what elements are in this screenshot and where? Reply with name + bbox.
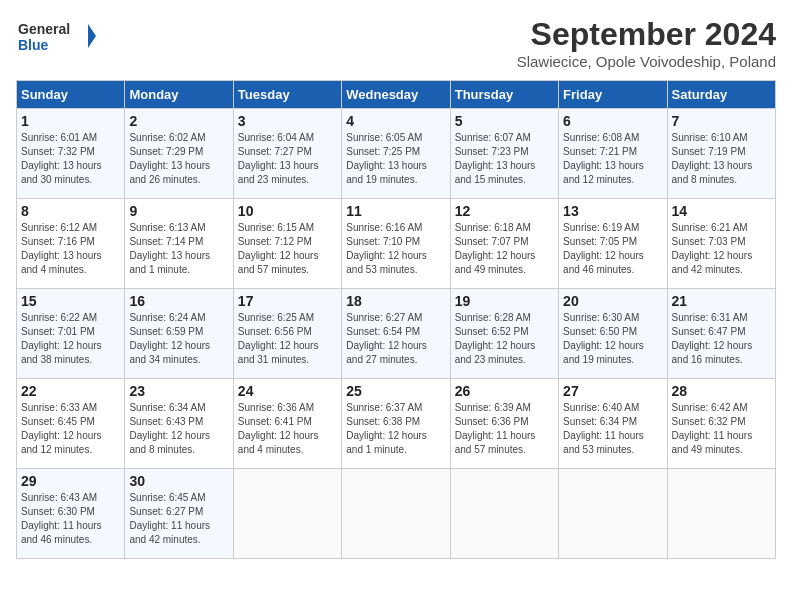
day-number: 4 <box>346 113 445 129</box>
calendar-cell: 12Sunrise: 6:18 AM Sunset: 7:07 PM Dayli… <box>450 199 558 289</box>
day-number: 20 <box>563 293 662 309</box>
day-content: Sunrise: 6:04 AM Sunset: 7:27 PM Dayligh… <box>238 131 337 187</box>
calendar-cell: 10Sunrise: 6:15 AM Sunset: 7:12 PM Dayli… <box>233 199 341 289</box>
day-number: 5 <box>455 113 554 129</box>
calendar-cell: 27Sunrise: 6:40 AM Sunset: 6:34 PM Dayli… <box>559 379 667 469</box>
calendar-cell <box>450 469 558 559</box>
day-content: Sunrise: 6:08 AM Sunset: 7:21 PM Dayligh… <box>563 131 662 187</box>
calendar-cell: 23Sunrise: 6:34 AM Sunset: 6:43 PM Dayli… <box>125 379 233 469</box>
calendar-cell: 13Sunrise: 6:19 AM Sunset: 7:05 PM Dayli… <box>559 199 667 289</box>
day-content: Sunrise: 6:25 AM Sunset: 6:56 PM Dayligh… <box>238 311 337 367</box>
calendar-cell: 19Sunrise: 6:28 AM Sunset: 6:52 PM Dayli… <box>450 289 558 379</box>
day-number: 18 <box>346 293 445 309</box>
day-content: Sunrise: 6:07 AM Sunset: 7:23 PM Dayligh… <box>455 131 554 187</box>
day-number: 24 <box>238 383 337 399</box>
calendar-cell: 4Sunrise: 6:05 AM Sunset: 7:25 PM Daylig… <box>342 109 450 199</box>
day-number: 16 <box>129 293 228 309</box>
day-number: 26 <box>455 383 554 399</box>
day-content: Sunrise: 6:18 AM Sunset: 7:07 PM Dayligh… <box>455 221 554 277</box>
day-number: 17 <box>238 293 337 309</box>
weekday-header-sunday: Sunday <box>17 81 125 109</box>
calendar-week-row: 1Sunrise: 6:01 AM Sunset: 7:32 PM Daylig… <box>17 109 776 199</box>
calendar-cell: 2Sunrise: 6:02 AM Sunset: 7:29 PM Daylig… <box>125 109 233 199</box>
calendar-cell: 1Sunrise: 6:01 AM Sunset: 7:32 PM Daylig… <box>17 109 125 199</box>
svg-text:General: General <box>18 21 70 37</box>
day-number: 11 <box>346 203 445 219</box>
calendar-cell <box>233 469 341 559</box>
day-content: Sunrise: 6:02 AM Sunset: 7:29 PM Dayligh… <box>129 131 228 187</box>
calendar-cell: 25Sunrise: 6:37 AM Sunset: 6:38 PM Dayli… <box>342 379 450 469</box>
day-content: Sunrise: 6:01 AM Sunset: 7:32 PM Dayligh… <box>21 131 120 187</box>
day-content: Sunrise: 6:39 AM Sunset: 6:36 PM Dayligh… <box>455 401 554 457</box>
calendar-cell: 18Sunrise: 6:27 AM Sunset: 6:54 PM Dayli… <box>342 289 450 379</box>
calendar-cell: 8Sunrise: 6:12 AM Sunset: 7:16 PM Daylig… <box>17 199 125 289</box>
day-content: Sunrise: 6:33 AM Sunset: 6:45 PM Dayligh… <box>21 401 120 457</box>
title-area: September 2024 Slawiecice, Opole Voivode… <box>517 16 776 70</box>
day-content: Sunrise: 6:42 AM Sunset: 6:32 PM Dayligh… <box>672 401 771 457</box>
calendar-subtitle: Slawiecice, Opole Voivodeship, Poland <box>517 53 776 70</box>
day-number: 30 <box>129 473 228 489</box>
weekday-header-tuesday: Tuesday <box>233 81 341 109</box>
calendar-cell: 24Sunrise: 6:36 AM Sunset: 6:41 PM Dayli… <box>233 379 341 469</box>
day-number: 14 <box>672 203 771 219</box>
day-number: 3 <box>238 113 337 129</box>
day-content: Sunrise: 6:13 AM Sunset: 7:14 PM Dayligh… <box>129 221 228 277</box>
day-content: Sunrise: 6:40 AM Sunset: 6:34 PM Dayligh… <box>563 401 662 457</box>
day-content: Sunrise: 6:37 AM Sunset: 6:38 PM Dayligh… <box>346 401 445 457</box>
calendar-cell: 26Sunrise: 6:39 AM Sunset: 6:36 PM Dayli… <box>450 379 558 469</box>
calendar-week-row: 8Sunrise: 6:12 AM Sunset: 7:16 PM Daylig… <box>17 199 776 289</box>
calendar-cell: 7Sunrise: 6:10 AM Sunset: 7:19 PM Daylig… <box>667 109 775 199</box>
day-content: Sunrise: 6:21 AM Sunset: 7:03 PM Dayligh… <box>672 221 771 277</box>
calendar-cell: 6Sunrise: 6:08 AM Sunset: 7:21 PM Daylig… <box>559 109 667 199</box>
day-number: 19 <box>455 293 554 309</box>
calendar-cell <box>667 469 775 559</box>
day-number: 21 <box>672 293 771 309</box>
weekday-header-monday: Monday <box>125 81 233 109</box>
day-content: Sunrise: 6:34 AM Sunset: 6:43 PM Dayligh… <box>129 401 228 457</box>
day-content: Sunrise: 6:15 AM Sunset: 7:12 PM Dayligh… <box>238 221 337 277</box>
weekday-header-row: SundayMondayTuesdayWednesdayThursdayFrid… <box>17 81 776 109</box>
logo: General Blue <box>16 16 96 56</box>
calendar-cell: 21Sunrise: 6:31 AM Sunset: 6:47 PM Dayli… <box>667 289 775 379</box>
calendar-week-row: 22Sunrise: 6:33 AM Sunset: 6:45 PM Dayli… <box>17 379 776 469</box>
day-number: 13 <box>563 203 662 219</box>
day-content: Sunrise: 6:45 AM Sunset: 6:27 PM Dayligh… <box>129 491 228 547</box>
calendar-cell: 17Sunrise: 6:25 AM Sunset: 6:56 PM Dayli… <box>233 289 341 379</box>
weekday-header-saturday: Saturday <box>667 81 775 109</box>
calendar-week-row: 15Sunrise: 6:22 AM Sunset: 7:01 PM Dayli… <box>17 289 776 379</box>
day-number: 25 <box>346 383 445 399</box>
day-content: Sunrise: 6:31 AM Sunset: 6:47 PM Dayligh… <box>672 311 771 367</box>
day-number: 1 <box>21 113 120 129</box>
page-header: General Blue September 2024 Slawiecice, … <box>16 16 776 70</box>
calendar-cell: 20Sunrise: 6:30 AM Sunset: 6:50 PM Dayli… <box>559 289 667 379</box>
day-content: Sunrise: 6:19 AM Sunset: 7:05 PM Dayligh… <box>563 221 662 277</box>
day-content: Sunrise: 6:12 AM Sunset: 7:16 PM Dayligh… <box>21 221 120 277</box>
day-content: Sunrise: 6:28 AM Sunset: 6:52 PM Dayligh… <box>455 311 554 367</box>
svg-marker-2 <box>88 24 96 48</box>
day-content: Sunrise: 6:30 AM Sunset: 6:50 PM Dayligh… <box>563 311 662 367</box>
calendar-cell: 16Sunrise: 6:24 AM Sunset: 6:59 PM Dayli… <box>125 289 233 379</box>
day-number: 6 <box>563 113 662 129</box>
calendar-week-row: 29Sunrise: 6:43 AM Sunset: 6:30 PM Dayli… <box>17 469 776 559</box>
day-number: 15 <box>21 293 120 309</box>
calendar-cell: 11Sunrise: 6:16 AM Sunset: 7:10 PM Dayli… <box>342 199 450 289</box>
calendar-cell <box>559 469 667 559</box>
calendar-cell: 22Sunrise: 6:33 AM Sunset: 6:45 PM Dayli… <box>17 379 125 469</box>
day-number: 8 <box>21 203 120 219</box>
day-content: Sunrise: 6:10 AM Sunset: 7:19 PM Dayligh… <box>672 131 771 187</box>
calendar-cell: 14Sunrise: 6:21 AM Sunset: 7:03 PM Dayli… <box>667 199 775 289</box>
day-number: 9 <box>129 203 228 219</box>
calendar-cell: 28Sunrise: 6:42 AM Sunset: 6:32 PM Dayli… <box>667 379 775 469</box>
calendar-cell: 30Sunrise: 6:45 AM Sunset: 6:27 PM Dayli… <box>125 469 233 559</box>
calendar-table: SundayMondayTuesdayWednesdayThursdayFrid… <box>16 80 776 559</box>
day-number: 23 <box>129 383 228 399</box>
weekday-header-thursday: Thursday <box>450 81 558 109</box>
weekday-header-friday: Friday <box>559 81 667 109</box>
calendar-title: September 2024 <box>517 16 776 53</box>
day-content: Sunrise: 6:22 AM Sunset: 7:01 PM Dayligh… <box>21 311 120 367</box>
day-number: 22 <box>21 383 120 399</box>
calendar-cell: 9Sunrise: 6:13 AM Sunset: 7:14 PM Daylig… <box>125 199 233 289</box>
day-content: Sunrise: 6:16 AM Sunset: 7:10 PM Dayligh… <box>346 221 445 277</box>
day-number: 29 <box>21 473 120 489</box>
day-number: 28 <box>672 383 771 399</box>
